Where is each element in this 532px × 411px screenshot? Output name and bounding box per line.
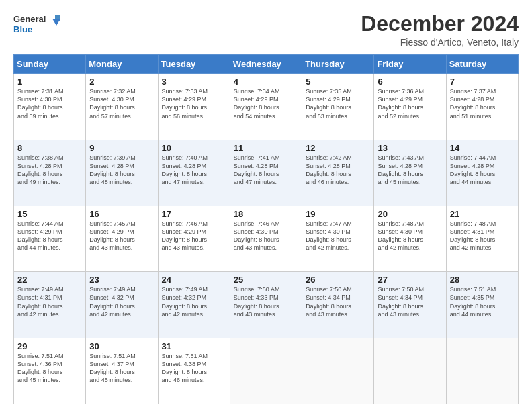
day-info: Sunrise: 7:50 AM Sunset: 4:34 PM Dayligh…	[378, 285, 442, 318]
calendar-cell: 15Sunrise: 7:44 AM Sunset: 4:29 PM Dayli…	[14, 205, 86, 271]
calendar-cell: 3Sunrise: 7:33 AM Sunset: 4:29 PM Daylig…	[158, 74, 230, 140]
calendar-cell: 22Sunrise: 7:49 AM Sunset: 4:31 PM Dayli…	[14, 272, 86, 338]
day-number: 16	[89, 209, 154, 219]
day-info: Sunrise: 7:51 AM Sunset: 4:36 PM Dayligh…	[17, 352, 82, 385]
calendar-cell: 1Sunrise: 7:31 AM Sunset: 4:30 PM Daylig…	[14, 74, 86, 140]
day-info: Sunrise: 7:35 AM Sunset: 4:29 PM Dayligh…	[306, 87, 370, 120]
day-number: 20	[378, 209, 442, 219]
day-info: Sunrise: 7:48 AM Sunset: 4:30 PM Dayligh…	[378, 220, 442, 253]
subtitle: Fiesso d'Artico, Veneto, Italy	[361, 37, 519, 48]
calendar-cell: 8Sunrise: 7:38 AM Sunset: 4:28 PM Daylig…	[14, 140, 86, 205]
day-number: 7	[450, 77, 515, 87]
day-info: Sunrise: 7:49 AM Sunset: 4:32 PM Dayligh…	[162, 285, 226, 318]
day-info: Sunrise: 7:43 AM Sunset: 4:28 PM Dayligh…	[378, 154, 442, 187]
calendar-cell: 27Sunrise: 7:50 AM Sunset: 4:34 PM Dayli…	[374, 272, 446, 338]
title-block: December 2024 Fiesso d'Artico, Veneto, I…	[361, 12, 519, 48]
day-info: Sunrise: 7:50 AM Sunset: 4:34 PM Dayligh…	[306, 285, 370, 318]
day-number: 26	[306, 275, 370, 285]
day-number: 12	[306, 143, 370, 153]
calendar-table: SundayMondayTuesdayWednesdayThursdayFrid…	[13, 54, 519, 404]
day-info: Sunrise: 7:32 AM Sunset: 4:30 PM Dayligh…	[89, 87, 154, 120]
day-info: Sunrise: 7:40 AM Sunset: 4:28 PM Dayligh…	[162, 154, 226, 187]
calendar-cell: 30Sunrise: 7:51 AM Sunset: 4:37 PM Dayli…	[86, 338, 158, 404]
calendar-cell: 20Sunrise: 7:48 AM Sunset: 4:30 PM Dayli…	[374, 205, 446, 271]
day-number: 31	[162, 341, 226, 351]
day-info: Sunrise: 7:37 AM Sunset: 4:28 PM Dayligh…	[450, 87, 515, 120]
day-info: Sunrise: 7:48 AM Sunset: 4:31 PM Dayligh…	[450, 220, 515, 253]
day-number: 2	[89, 77, 154, 87]
calendar-cell: 26Sunrise: 7:50 AM Sunset: 4:34 PM Dayli…	[302, 272, 374, 338]
calendar-cell: 28Sunrise: 7:51 AM Sunset: 4:35 PM Dayli…	[446, 272, 518, 338]
day-number: 17	[162, 209, 226, 219]
calendar-cell	[302, 338, 374, 404]
day-number: 14	[450, 143, 515, 153]
calendar-cell: 5Sunrise: 7:35 AM Sunset: 4:29 PM Daylig…	[302, 74, 374, 140]
day-info: Sunrise: 7:33 AM Sunset: 4:29 PM Dayligh…	[162, 87, 226, 120]
calendar-cell: 31Sunrise: 7:51 AM Sunset: 4:38 PM Dayli…	[158, 338, 230, 404]
calendar-cell: 29Sunrise: 7:51 AM Sunset: 4:36 PM Dayli…	[14, 338, 86, 404]
calendar-cell: 23Sunrise: 7:49 AM Sunset: 4:32 PM Dayli…	[86, 272, 158, 338]
day-number: 11	[234, 143, 298, 153]
day-number: 1	[17, 77, 82, 87]
day-number: 27	[378, 275, 442, 285]
day-info: Sunrise: 7:46 AM Sunset: 4:29 PM Dayligh…	[162, 220, 226, 253]
calendar-cell: 9Sunrise: 7:39 AM Sunset: 4:28 PM Daylig…	[86, 140, 158, 205]
day-info: Sunrise: 7:45 AM Sunset: 4:29 PM Dayligh…	[89, 220, 154, 253]
calendar-cell: 21Sunrise: 7:48 AM Sunset: 4:31 PM Dayli…	[446, 205, 518, 271]
header: General Blue December 2024 Fiesso d'Arti…	[13, 12, 519, 48]
calendar-cell: 24Sunrise: 7:49 AM Sunset: 4:32 PM Dayli…	[158, 272, 230, 338]
day-info: Sunrise: 7:44 AM Sunset: 4:29 PM Dayligh…	[17, 220, 82, 253]
header-thursday: Thursday	[302, 55, 374, 74]
calendar-cell: 19Sunrise: 7:47 AM Sunset: 4:30 PM Dayli…	[302, 205, 374, 271]
calendar-cell: 13Sunrise: 7:43 AM Sunset: 4:28 PM Dayli…	[374, 140, 446, 205]
day-number: 30	[89, 341, 154, 351]
header-saturday: Saturday	[446, 55, 518, 74]
day-number: 22	[17, 275, 82, 285]
day-number: 21	[450, 209, 515, 219]
day-info: Sunrise: 7:31 AM Sunset: 4:30 PM Dayligh…	[17, 87, 82, 120]
calendar-cell	[446, 338, 518, 404]
day-number: 8	[17, 143, 82, 153]
day-number: 13	[378, 143, 442, 153]
week-row-3: 15Sunrise: 7:44 AM Sunset: 4:29 PM Dayli…	[14, 205, 519, 271]
day-number: 28	[450, 275, 515, 285]
calendar-cell: 6Sunrise: 7:36 AM Sunset: 4:29 PM Daylig…	[374, 74, 446, 140]
calendar-cell: 4Sunrise: 7:34 AM Sunset: 4:29 PM Daylig…	[230, 74, 302, 140]
calendar-header-row: SundayMondayTuesdayWednesdayThursdayFrid…	[14, 55, 519, 74]
svg-text:Blue: Blue	[13, 24, 32, 34]
day-info: Sunrise: 7:47 AM Sunset: 4:30 PM Dayligh…	[306, 220, 370, 253]
calendar-cell: 16Sunrise: 7:45 AM Sunset: 4:29 PM Dayli…	[86, 205, 158, 271]
day-number: 5	[306, 77, 370, 87]
svg-text:General: General	[13, 14, 46, 24]
day-info: Sunrise: 7:51 AM Sunset: 4:37 PM Dayligh…	[89, 352, 154, 385]
month-title: December 2024	[361, 12, 519, 36]
header-friday: Friday	[374, 55, 446, 74]
day-number: 25	[234, 275, 298, 285]
header-sunday: Sunday	[14, 55, 86, 74]
calendar-cell	[230, 338, 302, 404]
week-row-5: 29Sunrise: 7:51 AM Sunset: 4:36 PM Dayli…	[14, 338, 519, 404]
day-info: Sunrise: 7:39 AM Sunset: 4:28 PM Dayligh…	[89, 154, 154, 187]
week-row-4: 22Sunrise: 7:49 AM Sunset: 4:31 PM Dayli…	[14, 272, 519, 338]
calendar-cell: 17Sunrise: 7:46 AM Sunset: 4:29 PM Dayli…	[158, 205, 230, 271]
day-number: 10	[162, 143, 226, 153]
calendar-cell: 2Sunrise: 7:32 AM Sunset: 4:30 PM Daylig…	[86, 74, 158, 140]
day-info: Sunrise: 7:49 AM Sunset: 4:32 PM Dayligh…	[89, 285, 154, 318]
calendar-cell: 18Sunrise: 7:46 AM Sunset: 4:30 PM Dayli…	[230, 205, 302, 271]
calendar-cell: 10Sunrise: 7:40 AM Sunset: 4:28 PM Dayli…	[158, 140, 230, 205]
day-info: Sunrise: 7:44 AM Sunset: 4:28 PM Dayligh…	[450, 154, 515, 187]
day-number: 29	[17, 341, 82, 351]
page: General Blue December 2024 Fiesso d'Arti…	[0, 0, 532, 411]
day-number: 15	[17, 209, 82, 219]
calendar-cell: 11Sunrise: 7:41 AM Sunset: 4:28 PM Dayli…	[230, 140, 302, 205]
day-number: 9	[89, 143, 154, 153]
day-info: Sunrise: 7:46 AM Sunset: 4:30 PM Dayligh…	[234, 220, 298, 253]
calendar-cell: 7Sunrise: 7:37 AM Sunset: 4:28 PM Daylig…	[446, 74, 518, 140]
logo: General Blue	[13, 12, 60, 38]
day-number: 18	[234, 209, 298, 219]
day-number: 19	[306, 209, 370, 219]
day-info: Sunrise: 7:38 AM Sunset: 4:28 PM Dayligh…	[17, 154, 82, 187]
calendar-cell: 12Sunrise: 7:42 AM Sunset: 4:28 PM Dayli…	[302, 140, 374, 205]
week-row-1: 1Sunrise: 7:31 AM Sunset: 4:30 PM Daylig…	[14, 74, 519, 140]
logo-svg: General Blue	[13, 12, 60, 38]
